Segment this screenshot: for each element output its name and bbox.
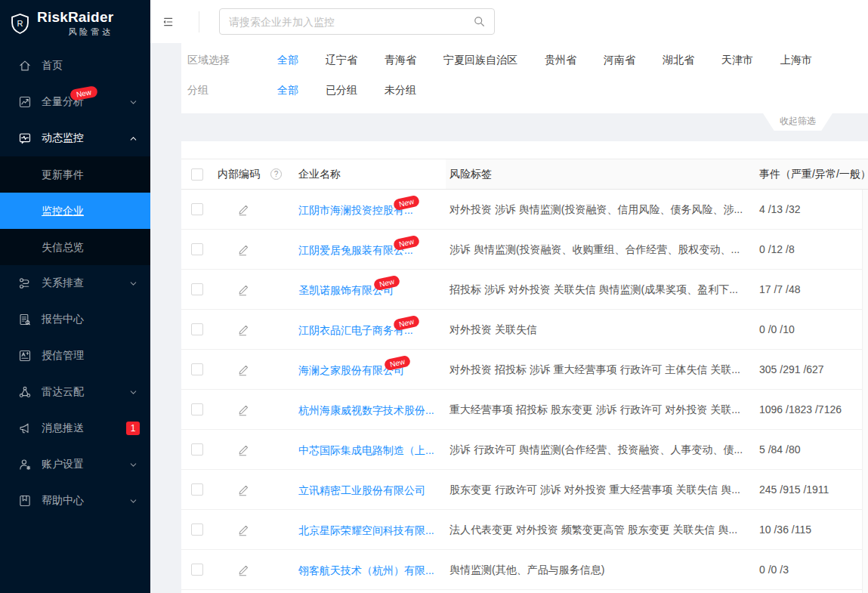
- search-icon[interactable]: [473, 15, 486, 28]
- sidebar-item-update-events[interactable]: 更新事件: [0, 156, 150, 193]
- column-header-code: 内部编码: [218, 159, 260, 189]
- menu-fold-icon[interactable]: [162, 16, 175, 28]
- filter-label: 分组: [181, 84, 277, 97]
- row-checkbox[interactable]: [191, 243, 203, 255]
- edit-icon[interactable]: [236, 242, 251, 257]
- row-checkbox[interactable]: [191, 483, 203, 496]
- row-checkbox[interactable]: [191, 283, 203, 295]
- collapse-filter-button[interactable]: 收起筛选: [763, 113, 832, 131]
- filter-option[interactable]: 全部: [277, 84, 298, 97]
- sidebar-item-dishonesty-overview[interactable]: 失信总览: [0, 229, 150, 265]
- sidebar-item-monitored-companies[interactable]: 监控企业: [0, 193, 150, 229]
- sidebar-item-label: 账户设置: [42, 458, 84, 471]
- search-input[interactable]: [220, 9, 494, 34]
- message-icon: [18, 422, 32, 435]
- company-link[interactable]: 立讯精密工业股份有限公司: [298, 471, 425, 511]
- filter-row: 区域选择全部辽宁省青海省宁夏回族自治区贵州省河南省湖北省天津市上海市: [181, 45, 868, 76]
- sidebar-item-help-center[interactable]: 帮助中心: [0, 483, 150, 519]
- row-checkbox[interactable]: [191, 564, 203, 576]
- sidebar-item-account-settings[interactable]: 账户设置: [0, 446, 150, 483]
- filter-option[interactable]: 已分组: [326, 84, 357, 97]
- company-link[interactable]: 翎客航天技术（杭州）有限...: [298, 551, 434, 591]
- row-checkbox[interactable]: [191, 363, 203, 375]
- app-subtitle: 风险雷达: [37, 26, 113, 38]
- company-link[interactable]: 圣凯诺服饰有限公司: [298, 270, 394, 310]
- filter-option[interactable]: 上海市: [780, 54, 812, 67]
- event-counts: 5 /84 /80: [759, 430, 801, 470]
- help-circle-icon[interactable]: ?: [270, 168, 282, 180]
- sidebar-item-label: 帮助中心: [42, 494, 84, 508]
- filter-option[interactable]: 辽宁省: [326, 54, 357, 67]
- sidebar-submenu: 更新事件监控企业失信总览: [0, 156, 150, 265]
- company-link[interactable]: 江阴爱居兔服装有限公...: [298, 230, 413, 270]
- edit-icon[interactable]: [236, 563, 251, 577]
- event-counts: 17 /7 /48: [759, 270, 801, 310]
- chevron-down-icon: [128, 496, 138, 506]
- company-link[interactable]: 北京星际荣耀空间科技有限...: [298, 511, 434, 551]
- company-link[interactable]: 江阴市海澜投资控股有...: [298, 190, 413, 230]
- event-counts: 1096 /1823 /7126: [759, 390, 842, 430]
- sidebar-item-relation-check[interactable]: 关系排查: [0, 265, 150, 301]
- event-counts: 10 /36 /115: [759, 510, 811, 550]
- filter-option[interactable]: 全部: [277, 54, 298, 67]
- filter-option[interactable]: 天津市: [721, 54, 753, 67]
- row-checkbox[interactable]: [191, 203, 203, 215]
- event-counts: 0 /0 /3: [759, 550, 789, 590]
- event-counts: 4 /13 /32: [759, 190, 801, 230]
- chevron-down-icon: [128, 460, 138, 470]
- sidebar-item-home[interactable]: 首页: [0, 48, 150, 84]
- filter-option[interactable]: 河南省: [604, 54, 635, 67]
- sidebar-item-full-analysis[interactable]: 全量分析New: [0, 84, 150, 120]
- edit-icon[interactable]: [236, 283, 251, 297]
- edit-icon[interactable]: [236, 363, 251, 377]
- edit-icon[interactable]: [236, 483, 251, 497]
- app-logo[interactable]: R RiskRaider 风险雷达: [0, 0, 150, 45]
- sidebar-item-label: 动态监控: [42, 131, 84, 145]
- collapse-filter-label: 收起筛选: [780, 116, 816, 126]
- home-icon: [18, 59, 32, 73]
- company-link[interactable]: 江阴衣品汇电子商务有...: [298, 310, 413, 351]
- row-checkbox[interactable]: [191, 443, 203, 456]
- filter-label: 区域选择: [181, 54, 277, 67]
- chevron-up-icon: [128, 134, 138, 144]
- event-counts: 0 /0 /10: [759, 310, 795, 350]
- table-row: 翎客航天技术（杭州）有限...舆情监测(其他、产品与服务信息)0 /0 /3: [181, 550, 868, 590]
- edit-icon[interactable]: [236, 323, 251, 337]
- filter-option[interactable]: 宁夏回族自治区: [443, 54, 517, 67]
- risk-tags: 招投标 涉诉 对外投资 关联失信 舆情监测(成果奖项、盈利下...: [449, 270, 750, 310]
- table-row: 北京星际荣耀空间科技有限...法人代表变更 对外投资 频繁变更高管 股东变更 关…: [181, 510, 868, 550]
- filter-option[interactable]: 未分组: [385, 84, 416, 97]
- edit-icon[interactable]: [236, 403, 251, 417]
- table-row: 江阴市海澜投资控股有...New对外投资 涉诉 舆情监测(投资融资、信用风险、债…: [181, 190, 868, 230]
- table-row: 海澜之家股份有限公司New对外投资 招投标 涉诉 重大经营事项 行政许可 主体失…: [181, 350, 868, 390]
- company-link[interactable]: 中芯国际集成电路制造（上...: [298, 431, 434, 471]
- sidebar-item-dynamic-monitor[interactable]: 动态监控: [0, 120, 150, 156]
- row-checkbox[interactable]: [191, 403, 203, 415]
- select-all-checkbox[interactable]: [191, 168, 203, 181]
- topbar: [150, 0, 868, 43]
- edit-icon[interactable]: [236, 523, 251, 537]
- sidebar-item-report-center[interactable]: 报告中心: [0, 301, 150, 338]
- event-counts: 305 /291 /627: [759, 350, 824, 390]
- sidebar-item-message-push[interactable]: 消息推送1: [0, 410, 150, 446]
- filter-option[interactable]: 湖北省: [663, 54, 694, 67]
- company-link[interactable]: 海澜之家股份有限公司: [298, 351, 404, 391]
- column-header-tags: 风险标签: [449, 159, 492, 189]
- edit-icon[interactable]: [236, 202, 251, 217]
- chevron-down-icon: [128, 388, 138, 397]
- table-scrollbar[interactable]: [862, 190, 868, 593]
- sidebar-item-radar-cloud[interactable]: 雷达云配: [0, 374, 150, 410]
- help-icon: [18, 494, 32, 508]
- filter-option[interactable]: 青海省: [385, 54, 416, 67]
- risk-tags: 股东变更 行政许可 涉诉 对外投资 重大经营事项 关联失信 舆...: [449, 470, 750, 510]
- filter-option[interactable]: 贵州省: [545, 54, 576, 67]
- topbar-divider: [199, 11, 199, 32]
- sidebar-item-credit-management[interactable]: 授信管理: [0, 338, 150, 374]
- row-checkbox[interactable]: [191, 524, 203, 536]
- company-link[interactable]: 杭州海康威视数字技术股份...: [298, 391, 434, 431]
- search-box: [219, 8, 495, 35]
- sidebar-item-label: 首页: [42, 59, 63, 73]
- row-checkbox[interactable]: [191, 323, 203, 335]
- filter-row: 分组全部已分组未分组: [181, 76, 868, 106]
- edit-icon[interactable]: [236, 443, 251, 457]
